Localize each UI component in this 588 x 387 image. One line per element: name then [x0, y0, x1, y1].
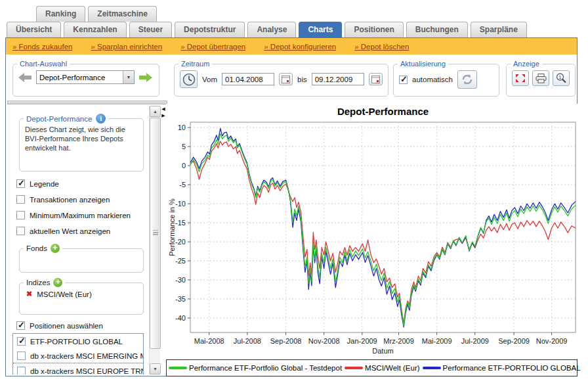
date-to-input[interactable]	[312, 73, 364, 85]
option-label: aktuellen Wert anzeigen	[30, 227, 110, 235]
svg-text:-5: -5	[179, 181, 186, 189]
legend-swatch-blue	[423, 367, 441, 369]
date-from-input[interactable]	[222, 73, 274, 85]
svg-text:0: 0	[182, 162, 186, 170]
aktueller-wert-checkbox[interactable]	[16, 227, 25, 235]
svg-text:Nov-2008: Nov-2008	[308, 337, 340, 345]
zoom-button[interactable]: 1	[553, 70, 570, 86]
legend-label: MSCI/Welt (Eur)	[365, 364, 420, 372]
vertical-splitter[interactable]: ◀ ▶	[161, 106, 166, 375]
option-label: Transaktionen anzeigen	[30, 196, 110, 204]
main-panel: Fonds zukaufen Sparplan einrichten Depot…	[5, 37, 578, 376]
svg-text:Mai-2008: Mai-2008	[194, 337, 224, 345]
collapse-right-icon[interactable]: ▶	[161, 112, 166, 119]
svg-text:Jul-2009: Jul-2009	[461, 337, 489, 345]
tab-steuer[interactable]: Steuer	[129, 22, 172, 37]
tab-sparplaene[interactable]: Sparpläne	[471, 22, 527, 37]
option-aktueller-wert[interactable]: aktuellen Wert anzeigen	[16, 227, 110, 235]
aktualisierung-legend: Aktualisierung	[398, 60, 448, 68]
position-label: ETF-PORTFOLIO GLOBAL	[30, 338, 123, 346]
scroll-down-icon[interactable]: ▼	[150, 363, 161, 375]
svg-text:Jul-2008: Jul-2008	[234, 337, 261, 345]
chart-info-panel: Depot-Performance i Dieses Chart zeigt, …	[19, 114, 144, 171]
chart-legend: Performance ETF-Portfolio Global - Testd…	[166, 359, 578, 376]
position-label: db x-trackers MSCI EUROPE TRN IN	[30, 367, 144, 375]
previous-chart-icon[interactable]	[18, 72, 32, 83]
tab-depotstruktur[interactable]: Depotstruktur	[175, 22, 245, 37]
option-minmax[interactable]: Minimum/Maximum markieren	[16, 211, 131, 219]
zeitraum-group: Zeitraum Vom	[174, 60, 388, 97]
calendar-to-button[interactable]	[369, 73, 383, 85]
fullscreen-icon	[515, 74, 526, 83]
clock-icon	[182, 73, 196, 86]
legend-item-msci-welt: MSCI/Welt (Eur)	[345, 364, 420, 372]
performance-chart: 1050-5-10-15-20-25-30-35-40Mai-2008Jul-2…	[166, 104, 578, 359]
svg-text:Mai-2009: Mai-2009	[422, 337, 452, 345]
option-label: Legende	[30, 180, 59, 188]
tab-zeitmaschine[interactable]: Zeitmaschine	[88, 6, 157, 22]
option-legende[interactable]: Legende	[16, 179, 59, 188]
position-checkbox[interactable]	[17, 352, 26, 360]
tab-positionen[interactable]: Positionen	[345, 22, 403, 37]
tab-buchungen[interactable]: Buchungen	[406, 22, 468, 37]
indizes-legend: Indizes	[26, 279, 50, 286]
position-checkbox[interactable]	[17, 337, 26, 346]
remove-index-icon[interactable]: ✖	[26, 290, 32, 298]
chevron-down-icon[interactable]: ▼	[123, 71, 134, 83]
chart-info-description: Dieses Chart zeigt, wie sich die BVI-Per…	[20, 124, 143, 152]
position-item-europe[interactable]: db x-trackers MSCI EUROPE TRN IN	[13, 363, 143, 375]
action-bar: Fonds zukaufen Sparplan einrichten Depot…	[6, 38, 577, 55]
svg-text:10: 10	[178, 124, 186, 131]
tab-row-secondary: Ranking Zeitmaschine	[36, 6, 157, 22]
add-fonds-icon[interactable]: +	[51, 244, 60, 253]
zoom-icon: 1	[556, 73, 566, 83]
link-sparplan-einrichten[interactable]: Sparplan einrichten	[91, 43, 162, 51]
svg-text:Sep-2008: Sep-2008	[270, 337, 302, 345]
collapse-left-icon[interactable]: ◀	[161, 106, 166, 112]
next-chart-icon[interactable]	[139, 72, 152, 83]
index-label: MSCI/Welt (Eur)	[37, 290, 92, 298]
horizontal-splitter[interactable]	[7, 101, 167, 104]
link-depot-uebertragen[interactable]: Depot übertragen	[180, 43, 245, 51]
link-depot-konfigurieren[interactable]: Depot konfigurieren	[264, 43, 336, 51]
transaktionen-checkbox[interactable]	[16, 195, 25, 204]
index-item: ✖ MSCI/Welt (Eur)	[20, 287, 143, 298]
app-window: Ranking Zeitmaschine Übersicht Kennzahle…	[0, 0, 588, 387]
chart-type-select[interactable]: Depot-Performance ▼	[36, 70, 135, 84]
svg-text:Mrz-2009: Mrz-2009	[383, 337, 413, 345]
positionen-checkbox[interactable]	[16, 321, 25, 330]
minmax-checkbox[interactable]	[16, 211, 25, 219]
svg-text:-35: -35	[175, 295, 186, 303]
calendar-from-button[interactable]	[279, 73, 293, 85]
info-icon[interactable]: i	[96, 114, 106, 124]
svg-text:-30: -30	[175, 276, 186, 284]
fullscreen-button[interactable]	[512, 70, 529, 86]
add-index-icon[interactable]: +	[53, 278, 62, 287]
legende-checkbox[interactable]	[16, 179, 25, 188]
automatisch-checkbox[interactable]	[399, 76, 408, 84]
chart-info-title: Depot-Performance	[26, 115, 92, 123]
scroll-up-icon[interactable]: ▲	[150, 106, 161, 117]
link-fonds-zukaufen[interactable]: Fonds zukaufen	[12, 43, 72, 51]
print-button[interactable]	[532, 70, 549, 86]
option-positionen-auswaehlen[interactable]: Positionen auswählen	[16, 321, 103, 330]
position-checkbox[interactable]	[17, 367, 26, 375]
tab-analyse[interactable]: Analyse	[247, 22, 296, 37]
option-transaktionen[interactable]: Transaktionen anzeigen	[16, 195, 110, 204]
svg-text:Datum: Datum	[372, 347, 393, 355]
sidebar-scrollbar[interactable]: ▲ ▼	[149, 106, 160, 375]
tab-ranking[interactable]: Ranking	[36, 6, 85, 22]
fonds-group: Fonds +	[19, 244, 144, 273]
link-depot-loeschen[interactable]: Depot löschen	[354, 43, 409, 51]
tab-charts[interactable]: Charts	[299, 22, 342, 37]
svg-text:-40: -40	[175, 314, 186, 322]
scrollbar-thumb[interactable]	[150, 118, 161, 349]
tab-kennzahlen[interactable]: Kennzahlen	[64, 22, 126, 37]
automatisch-label: automatisch	[412, 76, 453, 83]
clock-button[interactable]	[180, 70, 198, 88]
tab-uebersicht[interactable]: Übersicht	[7, 22, 61, 37]
position-item-emerging[interactable]: db x-trackers MSCI EMERGING MAR	[13, 348, 143, 363]
position-item-etf-portfolio[interactable]: ETF-PORTFOLIO GLOBAL	[13, 334, 143, 348]
aktualisierung-group: Aktualisierung automatisch	[393, 60, 499, 97]
refresh-button[interactable]	[457, 70, 477, 89]
